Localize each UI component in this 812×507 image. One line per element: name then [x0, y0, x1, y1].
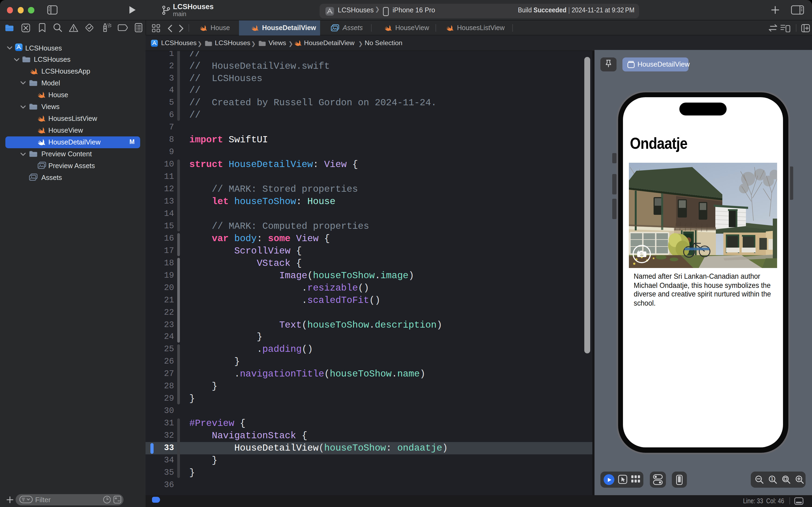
svg-text:1: 1	[771, 477, 773, 481]
